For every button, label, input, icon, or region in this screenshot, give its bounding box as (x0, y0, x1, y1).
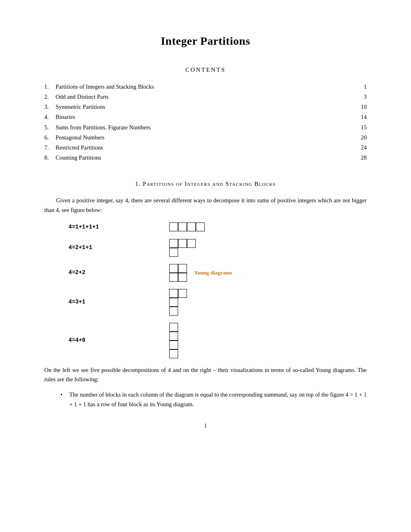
figures-area: 4=1+1+1+1 4=2+1+1 (68, 222, 367, 358)
fig-label-4: 4=3+1 (68, 297, 121, 306)
cell (169, 248, 178, 257)
cell (169, 239, 178, 248)
toc-label: Partitions of Integers and Stacking Bloc… (56, 82, 351, 92)
bullet-text-1: The number of blocks in each column of t… (69, 390, 367, 409)
toc-label: Counting Partitions (56, 153, 351, 163)
cell (169, 222, 178, 231)
toc-row: 7. Restricted Partitions 24 (44, 143, 367, 153)
fig-diagram-2 (169, 239, 367, 257)
toc-page: 3 (351, 92, 367, 102)
cell (178, 273, 187, 282)
toc-num: 2. (44, 92, 56, 102)
young-4 (169, 289, 187, 316)
young-1 (169, 222, 205, 231)
fig-label-1: 4=1+1+1+1 (68, 222, 121, 231)
toc-row: 4. Binaries 14 (44, 112, 367, 122)
fig-row-2: 4=2+1+1 (68, 239, 367, 257)
contents-heading: Contents (44, 65, 367, 75)
fig-row-4: 4=3+1 (68, 289, 367, 316)
toc-label: Odd and Distinct Parts (56, 92, 351, 102)
toc-page: 28 (351, 153, 367, 163)
toc-row: 1. Partitions of Integers and Stacking B… (44, 82, 367, 92)
cell (169, 273, 178, 282)
cell (169, 264, 178, 273)
page: Integer Partitions Contents 1. Partition… (0, 0, 411, 532)
toc-page: 10 (351, 102, 367, 112)
toc-num: 7. (44, 143, 56, 153)
cell (169, 298, 178, 307)
toc-page: 15 (351, 123, 367, 133)
toc-label: Symmetric Partitions (56, 102, 351, 112)
toc-label: Restricted Partitions (56, 143, 351, 153)
cell (169, 332, 178, 341)
toc-label: Binaries (56, 112, 351, 122)
young-3 (169, 264, 187, 282)
toc-row: 5. Sums from Partitions. Figurate Number… (44, 123, 367, 133)
toc-num: 5. (44, 123, 56, 133)
cell (178, 239, 187, 248)
toc-page: 1 (351, 82, 367, 92)
toc-row: 6. Pentagonal Numbers 20 (44, 133, 367, 143)
cell (169, 349, 178, 358)
cell (178, 264, 187, 273)
toc-row: 8. Counting Partitions 28 (44, 153, 367, 163)
cell (169, 323, 178, 332)
toc-num: 6. (44, 133, 56, 143)
cell (187, 239, 196, 248)
intro-paragraph: Given a positive integer, say 4, there a… (44, 196, 367, 215)
fig-diagram-3: Young diagrams (169, 264, 367, 282)
cell (178, 222, 187, 231)
young-2 (169, 239, 196, 257)
toc-row: 3. Symmetric Partitions 10 (44, 102, 367, 112)
bullet-item-1: • The number of blocks in each column of… (60, 390, 367, 409)
cell (178, 289, 187, 298)
toc-num: 3. (44, 102, 56, 112)
bullet-list: • The number of blocks in each column of… (60, 390, 367, 409)
cell (169, 307, 178, 316)
toc-page: 24 (351, 143, 367, 153)
fig-row-5: 4=4+0 (68, 323, 367, 358)
toc-num: 8. (44, 153, 56, 163)
cell (169, 289, 178, 298)
fig-row-1: 4=1+1+1+1 (68, 222, 367, 231)
fig-diagram-1 (169, 222, 367, 231)
fig-label-2: 4=2+1+1 (68, 243, 121, 252)
contents-section: Contents 1. Partitions of Integers and S… (44, 65, 367, 163)
cell (187, 222, 196, 231)
cell (169, 341, 178, 349)
toc-label: Pentagonal Numbers (56, 133, 351, 143)
caption-paragraph: On the left we see five possible decompo… (44, 366, 367, 385)
bullet-dot: • (60, 390, 68, 400)
toc-num: 1. (44, 82, 56, 92)
fig-label-3: 4=2+2 (68, 268, 121, 277)
cell (196, 222, 205, 231)
fig-row-3: 4=2+2 Young diagrams (68, 264, 367, 282)
page-number: 1 (44, 422, 367, 430)
fig-diagram-5 (169, 323, 367, 358)
toc-label: Sums from Partitions. Figurate Numbers (56, 123, 351, 133)
fig-diagram-4 (169, 289, 367, 316)
toc-num: 4. (44, 112, 56, 122)
toc-row: 2. Odd and Distinct Parts 3 (44, 92, 367, 102)
young-diagrams-label: Young diagrams (194, 268, 232, 277)
toc-page: 20 (351, 133, 367, 143)
young-5 (169, 323, 178, 358)
toc-table: 1. Partitions of Integers and Stacking B… (44, 82, 367, 163)
fig-label-5: 4=4+0 (68, 336, 121, 345)
section1-heading: 1. Partitions of Integers and Stacking B… (44, 179, 367, 189)
toc-page: 14 (351, 112, 367, 122)
doc-title: Integer Partitions (44, 32, 367, 50)
